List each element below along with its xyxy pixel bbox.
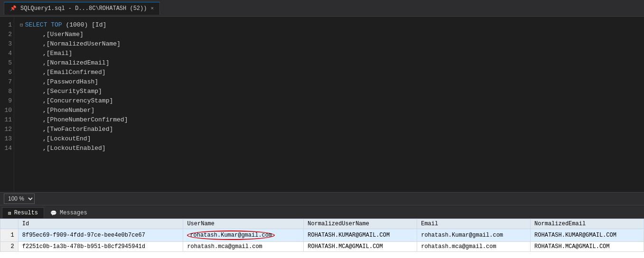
row-num-1: 1 <box>0 229 19 242</box>
tab-messages-label: Messages <box>60 210 87 216</box>
keyword-select: SELECT TOP <box>25 20 62 30</box>
cell-normalizedemail-2: ROHATASH.MCA@GMAIL.COM <box>531 242 644 252</box>
table-header-row: Id UserName NormalizedUserName Email Nor… <box>0 219 644 229</box>
cell-normalizedemail-1: ROHATASH.KUMAR@GMAIL.COM <box>531 229 644 242</box>
code-line-5: , [NormalizedEmail] <box>20 58 644 68</box>
code-line-10: , [PhoneNumber] <box>20 106 644 115</box>
messages-icon: 💬 <box>50 210 57 216</box>
code-line-4: , [Email] <box>20 49 644 58</box>
header-normalizedusername: NormalizedUserName <box>304 219 417 229</box>
header-username: UserName <box>183 219 304 229</box>
tab-close-button[interactable]: × <box>150 6 154 11</box>
tab-messages[interactable]: 💬 Messages <box>44 207 93 218</box>
code-line-3: , [NormalizedUserName] <box>20 39 644 49</box>
header-id: Id <box>18 219 183 229</box>
editor-area: 1 2 3 4 5 6 7 8 9 10 11 12 13 14 ⊟ SELEC… <box>0 17 644 192</box>
tab-label: SQLQuery1.sql - D...8C\ROHATASH (52)) <box>20 5 147 12</box>
header-email: Email <box>417 219 531 229</box>
top-count: (1000) <box>62 20 92 30</box>
data-table: Id UserName NormalizedUserName Email Nor… <box>0 219 644 252</box>
cell-username-2: rohatash.mca@gmail.com <box>183 242 304 252</box>
code-line-11: , [PhoneNumberConfirmed] <box>20 115 644 125</box>
header-rownum <box>0 219 19 229</box>
zoom-selector[interactable]: 100 % 75 % 150 % <box>4 194 35 204</box>
header-normalizedemail: NormalizedEmail <box>531 219 644 229</box>
table-row: 1 8f95ec69-f909-4fdd-97ce-bee4e0b7ce67 r… <box>0 229 644 242</box>
collapse-icon: ⊟ <box>20 20 23 30</box>
tab-results-label: Results <box>14 210 38 216</box>
circled-username: rohatash.Kumar@gmail.com <box>187 230 275 240</box>
tab-pin-icon: 📌 <box>10 5 17 11</box>
cell-normalizedusername-2: ROHATASH.MCA@GMAIL.COM <box>304 242 417 252</box>
line-numbers: 1 2 3 4 5 6 7 8 9 10 11 12 13 14 <box>0 17 14 192</box>
code-line-6: , [EmailConfirmed] <box>20 68 644 77</box>
tab-results[interactable]: ⊞ Results <box>2 207 44 218</box>
cell-normalizedusername-1: ROHATASH.KUMAR@GMAIL.COM <box>304 229 417 242</box>
code-line-1: ⊟ SELECT TOP (1000) [Id] <box>20 20 644 30</box>
col-id: [Id] <box>92 20 106 30</box>
query-tab[interactable]: 📌 SQLQuery1.sql - D...8C\ROHATASH (52)) … <box>4 2 160 15</box>
code-line-13: , [LockoutEnd] <box>20 134 644 144</box>
cell-id-1: 8f95ec69-f909-4fdd-97ce-bee4e0b7ce67 <box>18 229 183 242</box>
code-line-14: , [LockoutEnabled] <box>20 144 644 153</box>
code-line-2: , [UserName] <box>20 30 644 39</box>
results-tabs: ⊞ Results 💬 Messages <box>0 205 644 219</box>
title-bar: 📌 SQLQuery1.sql - D...8C\ROHATASH (52)) … <box>0 0 644 17</box>
zoom-bar: 100 % 75 % 150 % <box>0 192 644 205</box>
row-num-2: 2 <box>0 242 19 252</box>
cell-email-1: rohatash.Kumar@gmail.com <box>417 229 531 242</box>
results-grid-icon: ⊞ <box>8 210 11 216</box>
code-line-12: , [TwoFactorEnabled] <box>20 125 644 134</box>
cell-id-2: f2251c0b-1a3b-478b-b951-b8cf2945941d <box>18 242 183 252</box>
table-row: 2 f2251c0b-1a3b-478b-b951-b8cf2945941d r… <box>0 242 644 252</box>
code-line-7: , [PasswordHash] <box>20 77 644 87</box>
cell-email-2: rohatash.mca@gmail.com <box>417 242 531 252</box>
cell-username-1: rohatash.Kumar@gmail.com <box>183 229 304 242</box>
code-editor[interactable]: ⊟ SELECT TOP (1000) [Id] , [UserName] , … <box>14 17 644 192</box>
code-line-9: , [ConcurrencyStamp] <box>20 96 644 106</box>
code-line-8: , [SecurityStamp] <box>20 87 644 96</box>
results-grid[interactable]: Id UserName NormalizedUserName Email Nor… <box>0 219 644 258</box>
